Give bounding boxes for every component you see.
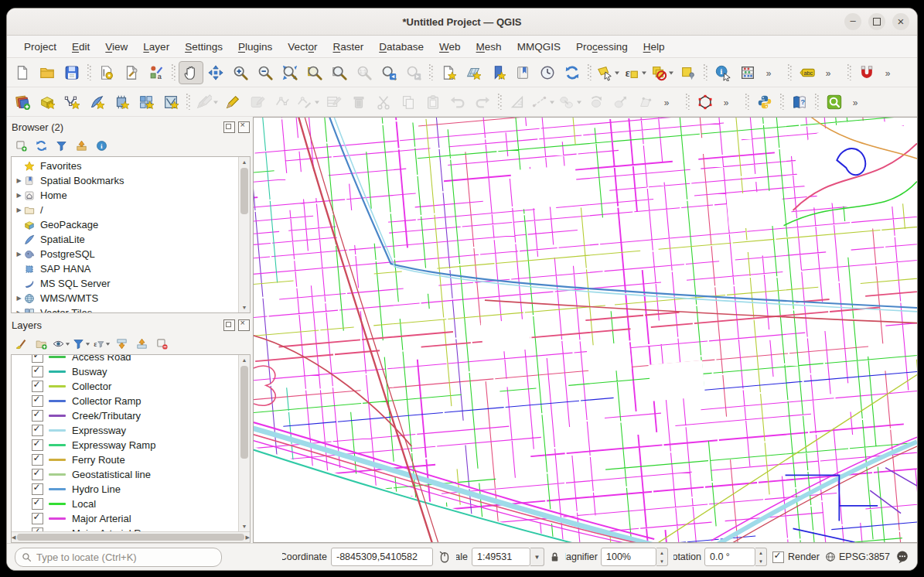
add-group-button[interactable]: [32, 335, 50, 352]
magnifier-spinner[interactable]: ▲▼: [656, 548, 668, 566]
save-layer-edits-button[interactable]: [245, 90, 270, 114]
browser-item-spatial-bookmarks[interactable]: Spatial Bookmarks: [12, 173, 238, 188]
labels-toolbar-overflow-button[interactable]: »: [820, 61, 844, 84]
layer-visibility-checkbox[interactable]: [32, 483, 43, 495]
new-spatial-bookmark-button[interactable]: [486, 61, 510, 84]
layer-visibility-checkbox[interactable]: [32, 439, 43, 451]
enable-properties-widget-button[interactable]: i: [92, 137, 111, 154]
refresh-map-button[interactable]: [560, 61, 585, 84]
osm-place-search-button[interactable]: [822, 90, 847, 114]
layers-close-icon[interactable]: [238, 319, 250, 331]
simplify-feature-button[interactable]: [633, 90, 658, 114]
menu-raster[interactable]: Raster: [326, 39, 372, 55]
render-checkbox[interactable]: [772, 551, 784, 563]
temporal-controller-button[interactable]: [535, 61, 560, 84]
expand-arrow-icon[interactable]: [15, 207, 23, 213]
browser-item-favorites[interactable]: Favorites: [12, 159, 238, 173]
help-contents-button[interactable]: ?: [787, 90, 812, 114]
new-shapefile-layer-button[interactable]: [60, 90, 84, 114]
zoom-last-button[interactable]: [377, 61, 401, 84]
browser-item-spatialite[interactable]: SpatiaLite: [12, 232, 238, 247]
browser-item-postgresql[interactable]: PostgreSQL: [12, 247, 238, 261]
new-3d-map-view-button[interactable]: [461, 61, 486, 84]
digitize-with-segment-button[interactable]: [270, 90, 295, 114]
rotate-feature-button[interactable]: [584, 90, 609, 114]
filter-legend-button[interactable]: [72, 335, 90, 352]
browser-item-vector-tiles[interactable]: Vector Tiles: [12, 306, 238, 312]
browser-item-wms-wmts[interactable]: WMS/WMTS: [12, 291, 238, 306]
new-print-layout-button[interactable]: [94, 61, 119, 84]
split-features-button[interactable]: [530, 90, 557, 114]
select-by-expression-button[interactable]: ε: [622, 61, 649, 84]
search-toolbar-overflow-button[interactable]: »: [847, 90, 871, 114]
zoom-to-selection-button[interactable]: [302, 61, 327, 84]
paste-features-button[interactable]: [421, 90, 445, 114]
current-edits-button[interactable]: [193, 90, 220, 114]
locate-input[interactable]: Type to locate (Ctrl+K): [15, 548, 222, 567]
show-layout-manager-button[interactable]: [119, 61, 144, 84]
new-temporary-scratch-layer-button[interactable]: [109, 90, 134, 114]
browser-item-ms-sql-server[interactable]: MS SQL Server: [12, 276, 238, 291]
layer-item-ferry-route[interactable]: Ferry Route: [12, 452, 238, 467]
browser-float-icon[interactable]: [223, 121, 235, 133]
mouse-extents-icon[interactable]: [438, 550, 451, 564]
magnifier-value[interactable]: 100%: [601, 548, 656, 566]
layer-item-hydro-line[interactable]: Hydro Line: [12, 482, 238, 497]
collapse-all-button[interactable]: [72, 137, 90, 154]
new-spatialite-layer-button[interactable]: [84, 90, 109, 114]
layer-item-expressway[interactable]: Expressway: [12, 423, 238, 438]
layer-visibility-checkbox[interactable]: [32, 381, 43, 392]
new-map-view-button[interactable]: [436, 61, 461, 84]
expand-arrow-icon[interactable]: [15, 251, 23, 258]
menu-database[interactable]: Database: [371, 39, 431, 55]
rotation-spinner[interactable]: ▲▼: [755, 548, 767, 566]
remove-layer-button[interactable]: [152, 335, 171, 352]
filter-by-expression-button[interactable]: ε: [92, 335, 111, 352]
menu-mmqgis[interactable]: MMQGIS: [510, 39, 568, 55]
zoom-to-layer-button[interactable]: [327, 61, 352, 84]
zoom-next-button[interactable]: [401, 61, 426, 84]
scale-feature-button[interactable]: [609, 90, 633, 114]
attributes-toolbar-overflow-button[interactable]: »: [760, 61, 785, 84]
browser-scrollbar[interactable]: ▲ ▼: [238, 157, 250, 312]
select-by-location-button[interactable]: [676, 61, 701, 84]
minimize-icon[interactable]: [844, 13, 861, 30]
undo-button[interactable]: [445, 90, 470, 114]
copy-features-button[interactable]: [396, 90, 421, 114]
layers-float-icon[interactable]: [223, 319, 235, 331]
statistical-summary-button[interactable]: [735, 61, 760, 84]
data-source-manager-button[interactable]: [10, 90, 35, 114]
identify-features-button[interactable]: i: [711, 61, 735, 84]
close-icon[interactable]: [892, 13, 909, 30]
new-virtual-layer-button[interactable]: [134, 90, 159, 114]
browser-item--[interactable]: /: [12, 203, 238, 217]
pan-map-button[interactable]: [179, 61, 203, 84]
save-project-button[interactable]: [60, 61, 84, 84]
layer-item-collector-ramp[interactable]: Collector Ramp: [12, 394, 238, 408]
layer-item-busway[interactable]: Busway: [12, 364, 238, 379]
layer-item-collector[interactable]: Collector: [12, 379, 238, 394]
titlebar[interactable]: *Untitled Project — QGIS: [7, 9, 917, 36]
zoom-out-button[interactable]: [253, 61, 278, 84]
menu-vector[interactable]: Vector: [280, 39, 325, 55]
render-toggle[interactable]: Render: [772, 551, 820, 563]
layer-item-geostatistical-line[interactable]: Geostatistical line: [12, 467, 238, 482]
layer-item-creek-tributary[interactable]: Creek/Tributary: [12, 408, 238, 423]
add-selected-layers-button[interactable]: [12, 137, 30, 154]
browser-item-sap-hana[interactable]: SAP HANA: [12, 261, 238, 276]
crs-status[interactable]: EPSG:3857: [825, 551, 890, 562]
new-mesh-layer-button[interactable]: [159, 90, 183, 114]
delete-selected-button[interactable]: [346, 90, 371, 114]
advanced-digitizing-button[interactable]: [505, 90, 530, 114]
menu-help[interactable]: Help: [636, 39, 673, 55]
menu-edit[interactable]: Edit: [64, 39, 97, 55]
expand-all-button[interactable]: [112, 335, 131, 352]
menu-project[interactable]: Project: [16, 39, 64, 55]
browser-item-home[interactable]: Home: [12, 188, 238, 203]
menu-view[interactable]: View: [97, 39, 135, 55]
shape-digitizing-overflow-button[interactable]: »: [718, 90, 742, 114]
menu-settings[interactable]: Settings: [177, 39, 230, 55]
menu-web[interactable]: Web: [431, 39, 469, 55]
coordinate-value[interactable]: -8845309,5410582: [331, 548, 433, 566]
rotation-value[interactable]: 0.0 °: [704, 548, 755, 566]
